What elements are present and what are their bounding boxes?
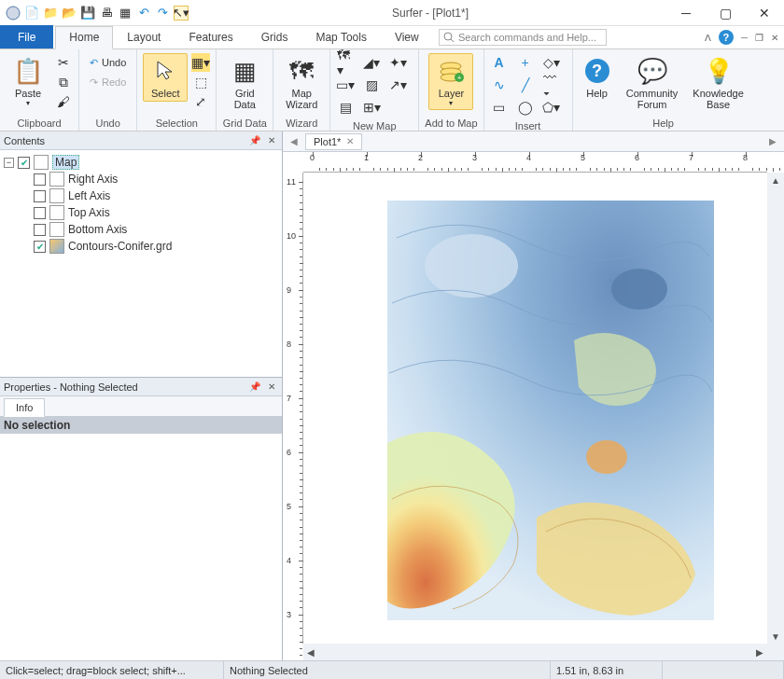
status-extra <box>663 661 784 679</box>
tab-features[interactable]: Features <box>175 26 246 48</box>
grid-icon[interactable]: ▦ <box>118 6 133 21</box>
redo-icon[interactable]: ↷ <box>155 6 170 21</box>
new-icon[interactable]: 📄 <box>24 6 39 21</box>
checkbox[interactable] <box>34 224 46 236</box>
tree-label[interactable]: Contours-Conifer.grd <box>68 240 172 253</box>
plot-area[interactable]: 012345678 11109876543 <box>283 152 784 660</box>
tree-label-map[interactable]: Map <box>52 155 79 170</box>
select-opts-2[interactable]: ⬚ <box>191 73 210 91</box>
mapwizard-button[interactable]: 🗺 Map Wizard <box>279 53 324 113</box>
tab-prev-icon[interactable]: ◀ <box>287 136 301 146</box>
tab-layout[interactable]: Layout <box>113 26 175 48</box>
cut-button[interactable]: ✂ <box>54 53 73 72</box>
status-selection: Nothing Selected <box>224 661 551 679</box>
newmap-vector-button[interactable]: ↗▾ <box>388 76 407 94</box>
tab-maptools[interactable]: Map Tools <box>301 26 380 48</box>
tree-label[interactable]: Left Axis <box>68 189 110 202</box>
tree-root[interactable]: − ✔ Map <box>4 154 278 171</box>
doc-tab-plot1[interactable]: Plot1* ✕ <box>305 133 362 150</box>
checkbox[interactable] <box>34 190 46 202</box>
select-opts-1[interactable]: ▦▾ <box>191 53 210 72</box>
collapse-ribbon-icon[interactable]: ᐱ <box>705 33 711 43</box>
newmap-image-button[interactable]: ▨ <box>362 76 381 94</box>
properties-header: Properties - Nothing Selected 📌 ✕ <box>0 378 282 396</box>
help-button[interactable]: ? Help <box>579 53 616 102</box>
insert-text-button[interactable]: A <box>490 53 509 72</box>
tab-home[interactable]: Home <box>55 26 113 49</box>
undo-button[interactable]: ↶Undo <box>85 53 131 72</box>
select-button[interactable]: Select <box>143 53 188 102</box>
select-opts-3[interactable]: ⤢ <box>191 92 210 111</box>
open-icon[interactable]: 📂 <box>62 6 77 21</box>
new-folder-icon[interactable]: 📁 <box>43 6 58 21</box>
tree-label[interactable]: Top Axis <box>68 206 110 219</box>
tree-item[interactable]: Top Axis <box>34 204 278 221</box>
layer-button[interactable]: + Layer▾ <box>428 53 473 110</box>
minimize-button[interactable]: ─ <box>666 0 706 26</box>
search-input[interactable]: Search commands and Help... <box>439 29 607 46</box>
format-painter-button[interactable]: 🖌 <box>54 92 73 111</box>
checkbox[interactable] <box>34 207 46 219</box>
close-tab-icon[interactable]: ✕ <box>346 136 354 146</box>
scroll-down-icon[interactable]: ▼ <box>768 629 783 644</box>
save-icon[interactable]: 💾 <box>80 6 95 21</box>
insert-rect-button[interactable]: ▭ <box>490 98 509 117</box>
mdi-restore-icon[interactable]: ❐ <box>755 33 763 43</box>
tree-item[interactable]: Bottom Axis <box>34 221 278 238</box>
help-icon[interactable]: ? <box>719 30 734 45</box>
griddata-button[interactable]: ▦ Grid Data <box>222 53 267 113</box>
maximize-button[interactable]: ▢ <box>706 0 745 26</box>
insert-line-button[interactable]: ╱ <box>516 76 535 94</box>
close-pane-icon[interactable]: ✕ <box>265 134 278 147</box>
undo-icon[interactable]: ↶ <box>136 6 151 21</box>
tab-grids[interactable]: Grids <box>247 26 302 48</box>
vertical-scrollbar[interactable]: ▲ ▼ <box>767 173 784 644</box>
bulb-icon: 💡 <box>704 56 734 86</box>
insert-polyline-button[interactable]: ∿ <box>490 76 509 94</box>
tab-view[interactable]: View <box>381 26 433 48</box>
checkbox[interactable]: ✔ <box>18 157 30 169</box>
newmap-color-button[interactable]: ▤ <box>336 98 355 117</box>
tab-file[interactable]: File <box>0 25 53 48</box>
info-tab[interactable]: Info <box>4 398 45 417</box>
newmap-grid-button[interactable]: ⊞▾ <box>362 98 381 117</box>
axis-icon <box>49 222 64 237</box>
insert-shape-button[interactable]: ◇▾ <box>542 53 561 72</box>
checkbox[interactable]: ✔ <box>34 241 46 253</box>
contents-tree[interactable]: − ✔ Map Right AxisLeft AxisTop AxisBotto… <box>0 150 282 378</box>
insert-ellipse-button[interactable]: ◯ <box>516 98 535 117</box>
cursor-icon[interactable]: ↖▾ <box>174 6 189 21</box>
tree-item[interactable]: Left Axis <box>34 187 278 204</box>
plot-canvas[interactable] <box>303 173 767 644</box>
forum-button[interactable]: 💬 Community Forum <box>620 53 685 113</box>
checkbox[interactable] <box>34 173 46 186</box>
newmap-3d-button[interactable]: ◢▾ <box>362 53 381 72</box>
mdi-close-icon[interactable]: ✕ <box>771 33 778 43</box>
copy-button[interactable]: ⧉ <box>54 73 73 91</box>
paste-button[interactable]: 📋 Paste▾ <box>6 53 50 110</box>
tree-label[interactable]: Bottom Axis <box>68 223 127 236</box>
mdi-minimize-icon[interactable]: ─ <box>741 33 748 43</box>
newmap-post-button[interactable]: ✦▾ <box>388 53 407 72</box>
tree-label[interactable]: Right Axis <box>68 173 118 186</box>
insert-plus-button[interactable]: + <box>516 53 535 72</box>
newmap-contour-button[interactable]: 🗺▾ <box>336 53 355 72</box>
tab-next-icon[interactable]: ▶ <box>765 136 780 146</box>
close-pane-icon[interactable]: ✕ <box>265 381 278 394</box>
newmap-base-button[interactable]: ▭▾ <box>336 76 355 94</box>
tree-item[interactable]: ✔Contours-Conifer.grd <box>34 238 278 255</box>
pin-icon[interactable]: 📌 <box>248 381 261 394</box>
print-icon[interactable]: 🖶 <box>99 6 114 21</box>
close-button[interactable]: ✕ <box>745 0 784 26</box>
redo-button[interactable]: ↷Redo <box>85 73 131 91</box>
horizontal-scrollbar[interactable]: ◀ ▶ <box>303 644 767 660</box>
insert-spline-button[interactable]: 〰▾ <box>542 76 561 94</box>
scroll-left-icon[interactable]: ◀ <box>303 644 318 659</box>
scroll-up-icon[interactable]: ▲ <box>768 173 783 187</box>
scroll-right-icon[interactable]: ▶ <box>752 644 767 659</box>
pin-icon[interactable]: 📌 <box>248 134 261 147</box>
tree-item[interactable]: Right Axis <box>34 171 278 187</box>
insert-polygon-button[interactable]: ⬠▾ <box>542 98 561 117</box>
collapse-icon[interactable]: − <box>4 158 14 168</box>
kb-button[interactable]: 💡 Knowledge Base <box>689 53 749 113</box>
